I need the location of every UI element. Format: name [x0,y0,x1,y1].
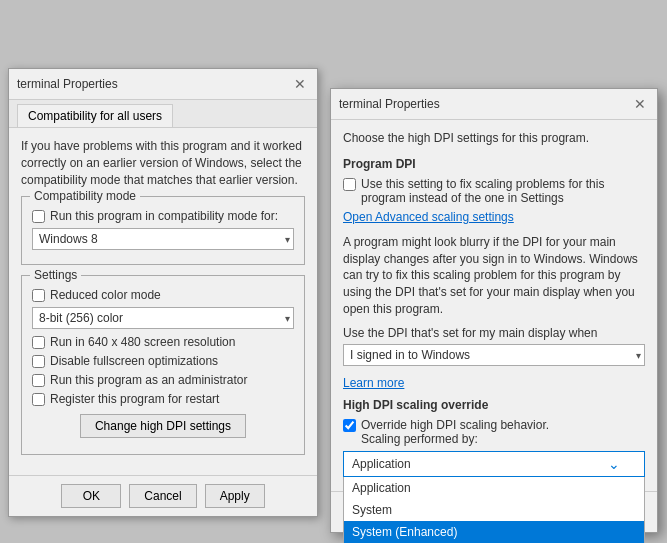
scaling-dropdown-display[interactable]: Application ⌄ [343,451,645,477]
compatibility-mode-checkbox[interactable] [32,210,45,223]
resolution-row[interactable]: Run in 640 x 480 screen resolution [32,335,294,349]
learn-more-link[interactable]: Learn more [343,376,404,390]
settings-legend: Settings [30,268,81,282]
program-dpi-checkbox[interactable] [343,178,356,191]
dpi-combo-label: Use the DPI that's set for my main displ… [343,326,645,340]
fullscreen-label: Disable fullscreen optimizations [50,354,218,368]
dpi-info-text: A program might look blurry if the DPI f… [343,234,645,318]
dropdown-item-system[interactable]: System [344,499,644,521]
scaling-dropdown-value: Application [352,457,411,471]
front-description: Choose the high DPI settings for this pr… [343,130,645,147]
settings-content: Reduced color mode 8-bit (256) color ▾ R… [32,288,294,438]
compatibility-content: Run this program in compatibility mode f… [32,209,294,250]
back-tab-compatibility[interactable]: Compatibility for all users [17,104,173,127]
program-dpi-section: Program DPI Use this setting to fix scal… [343,157,645,224]
dropdown-item-system-enhanced[interactable]: System (Enhanced) [344,521,644,543]
restart-checkbox[interactable] [32,393,45,406]
color-combo[interactable]: 8-bit (256) color [32,307,294,329]
high-dpi-section: High DPI scaling override Override high … [343,398,645,477]
back-dialog-buttons: OK Cancel Apply [9,475,317,516]
back-apply-button[interactable]: Apply [205,484,265,508]
fullscreen-row[interactable]: Disable fullscreen optimizations [32,354,294,368]
back-description: If you have problems with this program a… [21,138,305,188]
reduced-color-row[interactable]: Reduced color mode [32,288,294,302]
compatibility-legend: Compatibility mode [30,189,140,203]
reduced-color-label: Reduced color mode [50,288,161,302]
change-dpi-button[interactable]: Change high DPI settings [80,414,246,438]
restart-label: Register this program for restart [50,392,219,406]
compatibility-combo[interactable]: Windows 8 [32,228,294,250]
admin-label: Run this program as an administrator [50,373,247,387]
override-checkbox[interactable] [343,419,356,432]
scaling-dropdown-arrow: ⌄ [608,456,620,472]
override-label-text: Override high DPI scaling behavior. Scal… [361,418,549,446]
front-title-bar: terminal Properties ✕ [331,89,657,120]
back-close-button[interactable]: ✕ [291,75,309,93]
compatibility-checkbox-row[interactable]: Run this program in compatibility mode f… [32,209,294,223]
back-window-title: terminal Properties [17,77,118,91]
resolution-label: Run in 640 x 480 screen resolution [50,335,235,349]
back-window-content: If you have problems with this program a… [9,128,317,475]
program-dpi-label: Use this setting to fix scaling problems… [361,177,645,205]
compatibility-combo-wrapper: Windows 8 ▾ [32,228,294,250]
compatibility-mode-label: Run this program in compatibility mode f… [50,209,278,223]
front-close-button[interactable]: ✕ [631,95,649,113]
front-window-title: terminal Properties [339,97,440,111]
admin-row[interactable]: Run this program as an administrator [32,373,294,387]
scaling-dropdown-container: Application ⌄ Application System System … [343,451,645,477]
fullscreen-checkbox[interactable] [32,355,45,368]
program-dpi-heading: Program DPI [343,157,645,171]
back-cancel-button[interactable]: Cancel [129,484,196,508]
color-combo-wrapper: 8-bit (256) color ▾ [32,307,294,329]
override-checkbox-row[interactable]: Override high DPI scaling behavior. Scal… [343,418,645,446]
change-dpi-button-row: Change high DPI settings [32,414,294,438]
high-dpi-heading: High DPI scaling override [343,398,645,412]
resolution-checkbox[interactable] [32,336,45,349]
admin-checkbox[interactable] [32,374,45,387]
scaling-dropdown-list: Application System System (Enhanced) [343,477,645,543]
front-window: terminal Properties ✕ Choose the high DP… [330,88,658,533]
compatibility-mode-section: Compatibility mode Run this program in c… [21,196,305,265]
program-dpi-checkbox-row[interactable]: Use this setting to fix scaling problems… [343,177,645,205]
advanced-scaling-link[interactable]: Open Advanced scaling settings [343,210,514,224]
back-window: terminal Properties ✕ Compatibility for … [8,68,318,517]
dpi-combo[interactable]: I signed in to Windows [343,344,645,366]
dpi-combo-wrapper: I signed in to Windows ▾ [343,344,645,366]
dropdown-item-application[interactable]: Application [344,477,644,499]
dpi-combo-section: Use the DPI that's set for my main displ… [343,326,645,366]
reduced-color-checkbox[interactable] [32,289,45,302]
back-ok-button[interactable]: OK [61,484,121,508]
restart-row[interactable]: Register this program for restart [32,392,294,406]
back-title-bar: terminal Properties ✕ [9,69,317,100]
settings-section: Settings Reduced color mode 8-bit (256) … [21,275,305,455]
back-tab-header: Compatibility for all users [9,100,317,128]
front-window-content: Choose the high DPI settings for this pr… [331,120,657,491]
